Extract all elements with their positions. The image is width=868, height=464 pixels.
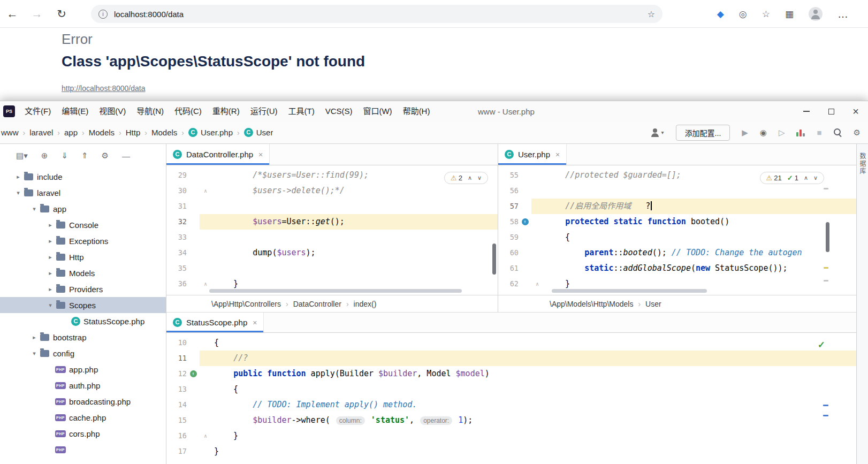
code-line[interactable]: 31 [166,199,498,214]
tree-chevron-icon[interactable]: ▸ [30,334,39,341]
profile-avatar[interactable] [809,7,823,21]
code-line[interactable]: 10{ [166,335,856,351]
view-selector-icon[interactable]: ▤▾ [16,151,28,161]
override-gutter-icon[interactable]: ↑ [522,218,529,225]
settings-icon[interactable]: ⚙ [101,151,108,161]
tree-row[interactable]: ▾config [0,345,166,361]
settings-gear-icon[interactable]: ⚙ [854,128,861,138]
warnings-badge[interactable]: ⚠2 [451,174,462,182]
code-line[interactable]: 32 $users=User::get(); [166,214,498,230]
tree-row[interactable]: ▸bootstrap [0,329,166,345]
fold-marker-icon[interactable]: ∧ [200,183,211,199]
tree-chevron-icon[interactable]: ▸ [46,238,55,245]
tree-row[interactable]: ▸Models [0,265,166,281]
breadcrumb-item[interactable]: \App\Models\Http\Models [550,300,633,308]
warnings-badge[interactable]: ⚠21 [766,174,782,182]
address-bar[interactable]: i localhost:8000/data ☆ [91,5,663,23]
tree-chevron-icon[interactable]: ▸ [46,222,55,229]
breadcrumb-item[interactable]: CUser.php [188,128,233,137]
tree-row[interactable]: PHPauth.php [0,377,166,393]
tree-chevron-icon[interactable]: ▸ [46,286,55,293]
menu-item[interactable]: 窗口(W) [357,101,397,121]
inspections-ok-icon[interactable]: ✓ [818,339,825,351]
down-arrow-icon[interactable]: ∨ [813,174,818,181]
tree-row[interactable]: PHPcache.php [0,409,166,425]
add-configuration-button[interactable]: 添加配置... [676,125,730,141]
menu-item[interactable]: 导航(N) [131,101,169,121]
breadcrumb-item[interactable]: Models [89,128,115,137]
breadcrumb-item[interactable]: Http [126,128,141,137]
fold-marker-icon[interactable]: ∧ [531,276,543,292]
tree-row[interactable]: ▾laravel [0,185,166,201]
code-line[interactable]: 56 [498,183,856,199]
code-line[interactable]: 34 dump($users); [166,245,498,261]
code-line[interactable]: 33 [166,230,498,245]
menu-item[interactable]: 代码(C) [169,101,207,121]
database-tool-button[interactable]: 数据库 [858,153,867,175]
code-line[interactable]: 14 // TODO: Implement apply() method. [166,397,856,413]
breadcrumb-item[interactable]: app [64,128,78,137]
code-line[interactable]: 59 { [498,230,856,245]
select-opened-file-icon[interactable]: ⊕ [41,151,48,161]
code-line[interactable]: 12↑ public function apply(Builder $build… [166,366,856,382]
tree-row[interactable]: ▸include [0,169,166,185]
code-line[interactable]: 11 //? [166,351,856,366]
editor-content-bottom[interactable]: 10{11 //?12↑ public function apply(Build… [166,333,856,464]
editor-content-right[interactable]: 55 //protected $guarded=[];5657 //启用全局作用… [498,165,856,295]
ok-badge[interactable]: ✓1 [787,174,798,182]
tree-row[interactable]: PHPbroadcasting.php [0,393,166,409]
close-tab-icon[interactable]: × [555,150,560,159]
code-line[interactable]: 61 static::addGlobalScope(new StatusScop… [498,261,856,276]
breadcrumb-item[interactable]: Models [151,128,177,137]
minimize-button[interactable] [794,101,819,121]
menu-item[interactable]: 重构(R) [207,101,245,121]
menu-item[interactable]: 运行(U) [245,101,283,121]
browser-menu-button[interactable]: … [837,8,849,20]
v-scrollbar[interactable] [492,244,496,275]
stop-icon[interactable]: ■ [817,128,821,137]
search-everywhere-icon[interactable] [834,128,842,136]
tab-user[interactable]: C User.php × [498,144,567,165]
code-line[interactable]: 16∧ } [166,428,856,444]
coverage-icon[interactable]: ▷ [779,128,785,138]
code-line[interactable]: 60 parent::booted(); // TODO: Change the… [498,245,856,261]
bookmark-star-icon[interactable]: ☆ [648,9,655,19]
forward-button[interactable]: → [25,7,49,20]
phpstorm-logo-icon[interactable]: PS [3,105,15,117]
breadcrumb-item[interactable]: laravel [29,128,53,137]
vcs-user-icon[interactable]: ▾ [651,128,664,137]
code-line[interactable]: 15 $builder->where( column: 'status', op… [166,413,856,428]
refresh-button[interactable]: ↻ [49,7,74,20]
code-line[interactable]: 58↑ protected static function booted() [498,214,856,230]
tree-row[interactable]: PHPcors.php [0,425,166,442]
collections-icon[interactable]: ▦ [785,9,794,20]
implement-gutter-icon[interactable]: ↑ [190,370,197,377]
tab-datacontroller[interactable]: C DataController.php × [166,144,270,165]
tree-row[interactable]: ▸Providers [0,281,166,297]
menu-item[interactable]: 编辑(E) [56,101,94,121]
menu-item[interactable]: VCS(S) [320,101,358,121]
error-link[interactable]: http://localhost:8000/data [62,84,145,93]
tree-row[interactable]: CStatusScope.php [0,313,166,329]
tab-statusscope[interactable]: C StatusScope.php × [166,313,264,332]
favorites-icon[interactable]: ☆ [762,9,770,20]
run-icon[interactable]: ▶ [742,128,748,138]
breadcrumb-item[interactable]: www [1,128,19,137]
tree-chevron-icon[interactable]: ▸ [14,173,22,180]
breadcrumb-item[interactable]: DataController [293,300,341,308]
maximize-button[interactable] [819,101,843,121]
close-tab-icon[interactable]: × [258,150,263,159]
tree-chevron-icon[interactable]: ▾ [46,302,55,309]
tree-row[interactable]: ▸Console [0,217,166,233]
tree-row[interactable]: ▸Http [0,249,166,265]
tree-row[interactable]: ▾Scopes [0,297,166,313]
v-scrollbar[interactable] [826,222,829,252]
collapse-all-icon[interactable]: ⇑ [81,151,88,161]
breadcrumb-item[interactable]: CUser [244,128,273,137]
up-arrow-icon[interactable]: ∧ [468,174,472,181]
extensions-icon[interactable]: ◎ [739,9,747,20]
tree-chevron-icon[interactable]: ▾ [30,206,39,212]
breadcrumb-item[interactable]: \App\Http\Controllers [211,300,281,308]
tree-row[interactable]: ▾app [0,201,166,217]
tree-row[interactable]: PHP [0,442,166,458]
